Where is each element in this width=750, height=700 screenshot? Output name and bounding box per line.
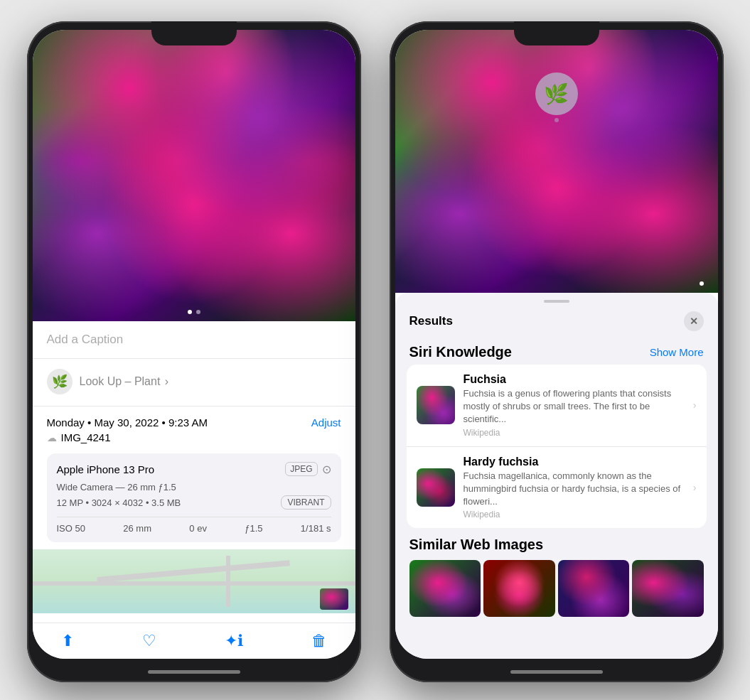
divider-2 <box>33 406 355 406</box>
fuchsia-thumbnail <box>417 386 455 424</box>
filename-text: IMG_4241 <box>61 431 111 443</box>
hardy-thumbnail <box>417 468 455 507</box>
caption-input[interactable]: Add a Caption <box>47 333 341 347</box>
camera-mp: 12 MP • 3024 × 4032 • 3.5 MB <box>57 497 181 508</box>
flower-photo-2 <box>395 30 718 293</box>
map-preview[interactable] <box>33 549 355 613</box>
photo-info-panel: Add a Caption 🌿 Look Up – Plant › Monday… <box>33 321 355 623</box>
format-badge: JPEG <box>285 462 317 476</box>
photo-view-1 <box>33 30 355 321</box>
exif-iso: ISO 50 <box>57 523 85 534</box>
photo-toolbar: ⬆ ♡ ✦ℹ 🗑 <box>33 623 355 659</box>
siri-knowledge-title: Siri Knowledge <box>409 344 512 360</box>
siri-bubble: 🌿 <box>535 72 578 115</box>
web-images-row <box>409 560 704 617</box>
exif-focal: 26 mm <box>123 523 151 534</box>
exif-row: ISO 50 26 mm 0 ev ƒ1.5 1/181 s <box>57 517 331 534</box>
leaf-icon: 🌿 <box>47 369 73 394</box>
dot-1 <box>188 310 192 314</box>
favorite-button[interactable]: ♡ <box>142 632 156 650</box>
exif-ev: 0 ev <box>189 523 207 534</box>
camera-info-box: Apple iPhone 13 Pro JPEG ⊙ Wide Camera —… <box>47 453 341 542</box>
knowledge-item-hardy[interactable]: Hardy fuchsia Fuchsia magellanica, commo… <box>407 446 707 529</box>
web-image-1[interactable] <box>409 560 481 617</box>
fuchsia-source: Wikipedia <box>464 428 689 438</box>
photo-view-2: 🌿 <box>395 30 718 293</box>
results-title: Results <box>409 314 453 328</box>
close-button[interactable]: ✕ <box>684 311 704 331</box>
hardy-source: Wikipedia <box>464 510 689 519</box>
cloud-icon: ☁ <box>47 432 57 443</box>
vibrant-badge: VIBRANT <box>281 495 331 510</box>
camera-badges: JPEG ⊙ <box>285 462 331 476</box>
knowledge-card: Fuchsia Fuchsia is a genus of flowering … <box>407 365 707 528</box>
fuchsia-thumb-image <box>417 386 455 424</box>
web-image-3[interactable] <box>558 560 630 617</box>
date-text: Monday • May 30, 2022 • 9:23 AM <box>47 416 208 429</box>
siri-knowledge-header: Siri Knowledge Show More <box>395 338 718 365</box>
delete-button[interactable]: 🗑 <box>311 632 327 650</box>
web-image-2[interactable] <box>483 560 555 617</box>
home-indicator-2 <box>510 670 603 674</box>
flower-photo-1 <box>33 30 355 321</box>
web-image-4[interactable] <box>632 560 704 617</box>
lookup-row[interactable]: 🌿 Look Up – Plant › <box>47 369 341 394</box>
web-images-section: Similar Web Images <box>395 531 718 620</box>
gear-icon: ⊙ <box>322 463 331 476</box>
phone-1-screen: Add a Caption 🌿 Look Up – Plant › Monday… <box>33 30 355 659</box>
hardy-text: Hardy fuchsia Fuchsia magellanica, commo… <box>464 456 689 520</box>
fuchsia-desc: Fuchsia is a genus of flowering plants t… <box>464 387 689 426</box>
phone-2: 🌿 Results ✕ Siri Knowledge Show More <box>390 21 724 682</box>
fuchsia-title: Fuchsia <box>464 373 689 386</box>
share-button[interactable]: ⬆ <box>61 632 74 650</box>
hardy-chevron-icon: › <box>693 482 697 493</box>
divider-1 <box>33 358 355 359</box>
photo-dots-2 <box>700 281 704 286</box>
info-icon: ✦ℹ <box>225 632 243 650</box>
lookup-arrow: › <box>161 375 168 387</box>
show-more-button[interactable]: Show More <box>650 346 704 358</box>
lookup-subject: Plant <box>131 375 160 387</box>
dot-2 <box>196 310 200 314</box>
camera-spec-row: 12 MP • 3024 × 4032 • 3.5 MB VIBRANT <box>57 495 331 510</box>
camera-name: Apple iPhone 13 Pro <box>57 463 155 475</box>
photo-dots <box>33 310 355 314</box>
fuchsia-text: Fuchsia Fuchsia is a genus of flowering … <box>464 373 689 438</box>
lookup-text: Look Up – Plant › <box>80 375 169 388</box>
adjust-button[interactable]: Adjust <box>311 416 341 429</box>
dot2-1 <box>700 281 704 286</box>
camera-name-row: Apple iPhone 13 Pro JPEG ⊙ <box>57 462 331 476</box>
fuchsia-chevron-icon: › <box>693 399 697 411</box>
filename-row: ☁ IMG_4241 <box>47 431 341 443</box>
results-sheet: Results ✕ Siri Knowledge Show More Fuchs… <box>395 293 718 659</box>
results-header: Results ✕ <box>395 303 718 338</box>
hardy-desc: Fuchsia magellanica, commonly known as t… <box>464 470 689 509</box>
app-container: Add a Caption 🌿 Look Up – Plant › Monday… <box>6 0 745 700</box>
phone-2-screen: 🌿 Results ✕ Siri Knowledge Show More <box>395 30 718 659</box>
knowledge-item-fuchsia[interactable]: Fuchsia Fuchsia is a genus of flowering … <box>407 365 707 446</box>
exif-shutter: 1/181 s <box>301 523 331 534</box>
lookup-label: Look Up – <box>80 375 132 387</box>
web-images-title: Similar Web Images <box>409 537 704 553</box>
date-row: Monday • May 30, 2022 • 9:23 AM Adjust <box>47 416 341 429</box>
info-button[interactable]: ✦ℹ <box>225 632 243 650</box>
home-indicator-1 <box>148 670 240 674</box>
hardy-title: Hardy fuchsia <box>464 456 689 468</box>
phone-1: Add a Caption 🌿 Look Up – Plant › Monday… <box>27 21 361 682</box>
exif-aperture: ƒ1.5 <box>245 523 262 534</box>
camera-lens: Wide Camera — 26 mm ƒ1.5 <box>57 482 331 492</box>
hardy-thumb-image <box>417 468 455 507</box>
